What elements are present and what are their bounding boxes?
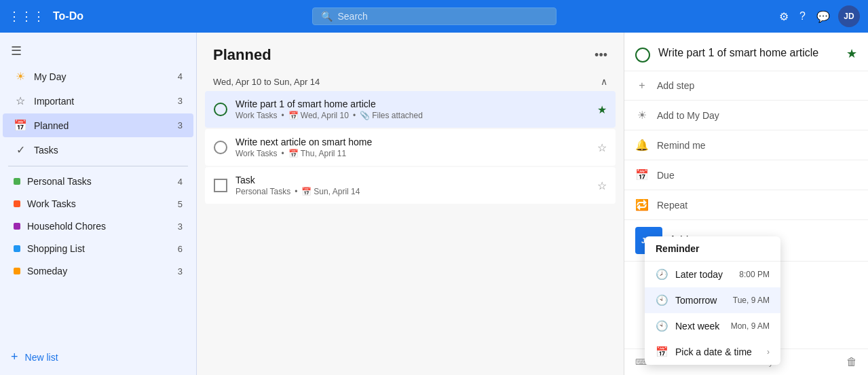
sidebar-item-planned[interactable]: 📅 Planned 3 [3, 113, 193, 137]
sidebar-item-household-chores[interactable]: Household Chores 3 [3, 215, 193, 237]
add-step-label: Add step [657, 80, 694, 91]
sidebar-item-label: Important [34, 96, 171, 107]
sidebar-item-tasks[interactable]: ✓ Tasks [3, 138, 193, 162]
task-name: Task [235, 175, 589, 185]
main-area: ☰ ☀ My Day 4 ☆ Important 3 📅 Planned 3 ✓… [0, 33, 868, 375]
topbar-icons: ⚙ ? 💬 JD [776, 5, 860, 27]
sidebar-item-label: Tasks [34, 145, 183, 156]
sidebar-item-label: Personal Tasks [27, 176, 171, 187]
sidebar-nav: ☀ My Day 4 ☆ Important 3 📅 Planned 3 ✓ T… [0, 64, 196, 344]
task-info: Write part 1 of smart home article Work … [235, 99, 589, 120]
plus-icon: + [11, 350, 18, 364]
list-color-icon [14, 178, 20, 185]
sidebar-item-label: My Day [34, 71, 171, 82]
trash-icon[interactable]: 🗑 [846, 356, 857, 368]
avatar[interactable]: JD [838, 5, 860, 27]
reminder-label: Later today [675, 269, 732, 280]
list-color-icon [14, 223, 20, 230]
task-meta: Work Tasks • 📅 Thu, April 11 [235, 149, 589, 158]
new-list-label: New list [25, 352, 58, 363]
sun-icon: ☀ [14, 70, 27, 83]
remind-me-action[interactable]: 🔔 Remind me [624, 130, 868, 160]
task-list-name: Work Tasks [235, 149, 278, 158]
star-icon: ☆ [14, 94, 27, 107]
table-row[interactable]: Task Personal Tasks • 📅 Sun, April 14 ☆ [205, 167, 616, 204]
reminder-tomorrow[interactable]: 🕙 Tomorrow Tue, 9 AM [645, 287, 780, 313]
search-bar[interactable]: 🔍 [312, 7, 556, 25]
reminder-next-week[interactable]: 🕙 Next week Mon, 9 AM [645, 313, 780, 339]
sidebar-item-work-tasks[interactable]: Work Tasks 5 [3, 193, 193, 215]
more-options-icon[interactable]: ••• [595, 48, 607, 62]
search-input[interactable] [338, 11, 548, 22]
add-step-action[interactable]: + Add step [624, 71, 868, 101]
date-icon: 📅 [288, 111, 299, 120]
add-to-my-day-label: Add to My Day [657, 110, 719, 121]
reminder-later-today[interactable]: 🕗 Later today 8:00 PM [645, 262, 780, 287]
sidebar-item-count: 3 [178, 221, 183, 232]
attachment-icon: 📎 [360, 111, 370, 120]
apps-icon[interactable]: ⋮⋮⋮ [8, 9, 45, 24]
table-row[interactable]: Write part 1 of smart home article Work … [205, 91, 616, 128]
gear-icon[interactable]: ⚙ [776, 7, 791, 26]
sidebar-item-label: Household Chores [27, 221, 171, 232]
sidebar-item-label: Shopping List [27, 243, 171, 254]
sidebar-item-label: Someday [27, 266, 171, 276]
clock-icon: 🕙 [656, 294, 668, 306]
task-complete-button[interactable] [635, 48, 650, 62]
reminder-pick-date[interactable]: 📅 Pick a date & time › [645, 339, 780, 365]
sidebar-item-personal-tasks[interactable]: Personal Tasks 4 [3, 171, 193, 192]
star-icon[interactable]: ☆ [597, 141, 607, 154]
right-panel-header: Write part 1 of smart home article ★ [624, 33, 868, 71]
task-list-name: Personal Tasks [235, 187, 290, 196]
sidebar-item-count: 3 [178, 120, 183, 130]
reminder-time: Tue, 9 AM [733, 296, 770, 305]
calendar-icon: 📅 [656, 346, 668, 358]
sidebar-item-count: 6 [178, 244, 183, 254]
repeat-icon: 🔁 [635, 198, 649, 211]
sidebar-item-my-day[interactable]: ☀ My Day 4 [3, 65, 193, 88]
sidebar-item-important[interactable]: ☆ Important 3 [3, 89, 193, 113]
calendar-icon: 📅 [14, 119, 27, 132]
topbar: ⋮⋮⋮ To-Do 🔍 ⚙ ? 💬 JD [0, 0, 868, 33]
repeat-label: Repeat [657, 200, 687, 211]
search-icon: 🔍 [321, 11, 333, 22]
star-icon[interactable]: ★ [846, 46, 857, 61]
chevron-up-icon[interactable]: ∧ [601, 76, 607, 87]
repeat-action[interactable]: 🔁 Repeat [624, 190, 868, 220]
hamburger-icon[interactable]: ☰ [0, 38, 196, 64]
right-panel: Write part 1 of smart home article ★ + A… [624, 33, 868, 375]
feedback-icon[interactable]: 💬 [814, 7, 833, 26]
reminder-time: Mon, 9 AM [731, 321, 770, 331]
date-icon: 📅 [288, 149, 299, 158]
new-list-button[interactable]: + New list [0, 344, 196, 370]
section-header: Wed, Apr 10 to Sun, Apr 14 ∧ [197, 72, 624, 91]
reminder-time: 8:00 PM [739, 270, 770, 279]
list-color-icon [14, 245, 20, 252]
task-name: Write next article on smart home [235, 137, 589, 147]
star-icon[interactable]: ★ [597, 103, 607, 116]
sidebar-item-shopping-list[interactable]: Shopping List 6 [3, 238, 193, 260]
task-checkbox[interactable] [214, 179, 227, 192]
star-icon[interactable]: ☆ [597, 179, 607, 192]
task-date: 📅 Sun, April 14 [301, 187, 360, 196]
task-checkbox[interactable] [214, 141, 227, 154]
task-meta: Personal Tasks • 📅 Sun, April 14 [235, 187, 589, 196]
clock-icon: 🕙 [656, 320, 668, 332]
sidebar-item-count: 3 [178, 96, 183, 106]
sidebar-item-count: 5 [178, 199, 183, 209]
sidebar-divider [8, 166, 188, 166]
sidebar: ☰ ☀ My Day 4 ☆ Important 3 📅 Planned 3 ✓… [0, 33, 197, 375]
help-icon[interactable]: ? [797, 7, 808, 25]
due-date-action[interactable]: 📅 Due [624, 160, 868, 190]
sidebar-item-count: 4 [178, 177, 183, 187]
sidebar-item-count: 4 [178, 71, 183, 82]
reminder-dropdown: Reminder 🕗 Later today 8:00 PM 🕙 Tomorro… [645, 236, 780, 365]
page-title: Planned [213, 46, 271, 64]
sidebar-item-someday[interactable]: Someday 3 [3, 260, 193, 282]
clock-icon: 🕗 [656, 268, 668, 281]
table-row[interactable]: Write next article on smart home Work Ta… [205, 129, 616, 166]
date-icon: 📅 [301, 187, 312, 196]
task-checkbox[interactable] [214, 103, 227, 116]
add-to-my-day-action[interactable]: ☀ Add to My Day [624, 101, 868, 130]
task-list: Write part 1 of smart home article Work … [197, 91, 624, 205]
